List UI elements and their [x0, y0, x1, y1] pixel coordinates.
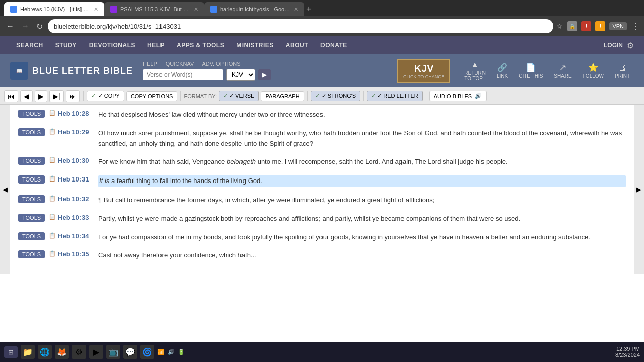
search-go-button[interactable]: ▶ [258, 69, 271, 80]
extension-icon-1[interactable]: 🔒 [567, 21, 577, 31]
paragraph-mark-10-32: ¶ [98, 196, 102, 204]
tools-button-10-35[interactable]: TOOLS [18, 250, 45, 258]
bible-search-input[interactable] [143, 69, 223, 80]
nav-first-button[interactable]: ⏮ [4, 90, 18, 102]
nav-study[interactable]: STUDY [49, 38, 83, 53]
nav-about[interactable]: ABOUT [280, 38, 314, 53]
tab-close-2[interactable]: ✕ [194, 6, 198, 13]
nav-prev-button[interactable]: ◀ [20, 90, 33, 102]
verse-text-10-28: He that despised Moses' law died without… [98, 110, 626, 120]
tools-button-10-34[interactable]: TOOLS [18, 232, 45, 240]
kjv-sub-text: CLICK TO CHANGE [403, 74, 444, 79]
verse-copy-icon-10-31[interactable]: 📋 [49, 175, 56, 182]
nav-donate[interactable]: DONATE [314, 38, 353, 53]
blb-logo: 📖 Blue Letter Bible [10, 62, 133, 80]
nav-help[interactable]: HELP [141, 38, 171, 53]
nav-devotionals[interactable]: DEVOTIONALS [83, 38, 141, 53]
cite-button[interactable]: 📄 CITE THIS [515, 61, 547, 81]
login-button[interactable]: LOGIN [604, 42, 623, 49]
toolbar-separator-2 [180, 91, 181, 101]
back-button[interactable]: ← [4, 20, 16, 33]
verse-row-10-33: TOOLS 📋 Heb 10:33 Partly, whilst ye were… [18, 214, 626, 224]
verse-text-10-33: Partly, whilst ye were made a gazingstoc… [98, 214, 626, 224]
paragraph-button[interactable]: PARAGRAPH [261, 91, 304, 101]
verse-check: ✓ [223, 93, 228, 99]
address-bar[interactable]: blueletterbible.org/kjv/heb/10/31/s_1143… [48, 19, 553, 33]
version-select[interactable]: KJV [226, 69, 255, 81]
verse-ref-col-10-32: 📋 Heb 10:32 [49, 195, 94, 203]
forward-button[interactable]: → [19, 20, 31, 33]
tab-close-1[interactable]: ✕ [94, 6, 98, 13]
print-button[interactable]: 🖨 PRINT [611, 61, 634, 81]
help-link[interactable]: HELP [143, 61, 157, 67]
verse-copy-icon-10-34[interactable]: 📋 [49, 232, 56, 239]
verse-copy-icon-10-29[interactable]: 📋 [49, 128, 56, 135]
verse-ref-10-32[interactable]: Heb 10:32 [58, 195, 89, 203]
verse-copy-icon-10-35[interactable]: 📋 [49, 250, 56, 257]
copy-options-button[interactable]: COPY OPTIONS [126, 91, 178, 101]
verse-copy-icon-10-30[interactable]: 📋 [49, 157, 56, 163]
tools-button-10-31[interactable]: TOOLS [18, 175, 45, 184]
nav-last-button[interactable]: ⏭ [66, 90, 80, 102]
verse-ref-10-34[interactable]: Heb 10:34 [58, 232, 89, 240]
menu-icon[interactable]: ⋮ [631, 21, 640, 32]
follow-button[interactable]: ⭐ FOLLOW [579, 61, 608, 81]
tools-button-10-28[interactable]: TOOLS [18, 110, 45, 118]
verse-text-10-32: ¶But call to remembrance the former days… [98, 195, 626, 206]
browser-tab-2[interactable]: PSALMS 115:3 KJV "But our God is... ✕ [104, 2, 204, 16]
nav-next-button[interactable]: ▶| [49, 90, 64, 102]
return-to-top-button[interactable]: ▲ RETURNTO TOP [460, 58, 490, 83]
extension-icon-3[interactable]: ! [595, 21, 605, 31]
adv-options-link[interactable]: ADV. OPTIONS [202, 61, 240, 67]
vpn-button[interactable]: VPN [609, 22, 627, 30]
verse-ref-10-29[interactable]: Heb 10:29 [58, 128, 89, 136]
verse-button[interactable]: ✓ ✓ VERSE [219, 90, 259, 101]
cite-icon: 📄 [526, 63, 536, 72]
verse-label: ✓ VERSE [229, 93, 254, 99]
tab-close-3[interactable]: ✕ [294, 6, 298, 13]
quicknav-link[interactable]: QUICKNAV [166, 61, 194, 67]
audio-icon: 🔊 [475, 93, 482, 99]
verse-ref-10-31[interactable]: Heb 10:31 [58, 175, 89, 183]
verse-copy-icon-10-33[interactable]: 📋 [49, 214, 56, 220]
tools-button-10-33[interactable]: TOOLS [18, 214, 45, 222]
blb-logo-text[interactable]: Blue Letter Bible [32, 66, 133, 76]
bookmark-icon[interactable]: ☆ [556, 22, 563, 30]
tools-button-10-29[interactable]: TOOLS [18, 128, 45, 136]
verse-copy-icon-10-28[interactable]: 📋 [49, 110, 56, 116]
verse-ref-10-28[interactable]: Heb 10:28 [58, 110, 89, 117]
strongs-button[interactable]: ✓ ✓ STRONG'S [311, 90, 361, 101]
tools-button-10-30[interactable]: TOOLS [18, 157, 45, 165]
toolbar: ⏮ ◀ ▶ ▶| ⏭ ✓ ✓ COPY COPY OPTIONS FORMAT … [0, 87, 644, 105]
verse-ref-col-10-34: 📋 Heb 10:34 [49, 232, 94, 240]
cite-label: CITE THIS [519, 73, 543, 79]
sidebar-collapse-left[interactable]: ◀ [0, 105, 10, 274]
reload-button[interactable]: ↻ [34, 20, 45, 33]
browser-tab-3[interactable]: harlequin ichthyosis - Google Sear... ✕ [204, 2, 304, 16]
sidebar-collapse-right[interactable]: ▶ [634, 105, 644, 274]
settings-icon[interactable]: ⚙ [627, 41, 634, 50]
verse-row-10-29: TOOLS 📋 Heb 10:29 Of how much sorer puni… [18, 128, 626, 149]
nav-play-button[interactable]: ▶ [35, 90, 47, 102]
kjv-badge[interactable]: KJV CLICK TO CHANGE [397, 59, 450, 83]
copy-button[interactable]: ✓ ✓ COPY [87, 90, 124, 101]
tools-button-10-32[interactable]: TOOLS [18, 195, 45, 203]
nav-search[interactable]: SEARCH [10, 38, 49, 53]
verse-ref-10-35[interactable]: Heb 10:35 [58, 250, 89, 258]
link-button[interactable]: 🔗 LINK [493, 61, 512, 81]
verse-copy-icon-10-32[interactable]: 📋 [49, 195, 56, 202]
share-button[interactable]: ↗ SHARE [550, 61, 575, 81]
nav-apps[interactable]: APPS & TOOLS [171, 38, 230, 53]
new-tab-button[interactable]: + [306, 2, 312, 16]
red-letter-button[interactable]: ✓ ✓ RED LETTER [367, 90, 423, 101]
nav-ministries[interactable]: MINISTRIES [230, 38, 280, 53]
browser-tab-1[interactable]: Hebrews 10 (KJV) - [It is] a fea... ✕ [4, 2, 104, 16]
audio-button[interactable]: AUDIO BIBLES 🔊 [429, 90, 487, 101]
blb-tools: HELP QUICKNAV ADV. OPTIONS KJV ▶ [143, 61, 387, 81]
verse-row-10-28: TOOLS 📋 Heb 10:28 He that despised Moses… [18, 110, 626, 120]
strongs-check: ✓ [315, 93, 320, 99]
verse-row-10-34: TOOLS 📋 Heb 10:34 For ye had compassion … [18, 232, 626, 243]
verse-ref-10-33[interactable]: Heb 10:33 [58, 214, 89, 221]
extension-icon-2[interactable]: ! [581, 21, 591, 31]
verse-ref-10-30[interactable]: Heb 10:30 [58, 157, 89, 164]
